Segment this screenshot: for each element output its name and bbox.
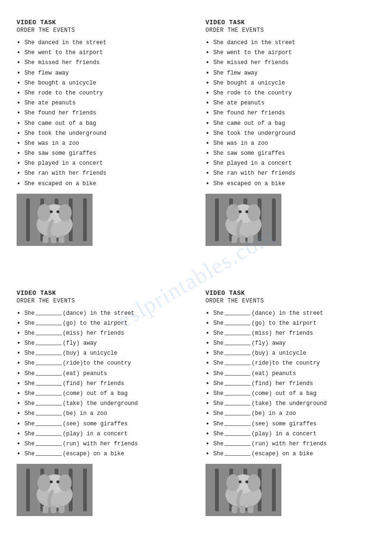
list-item: She (go) to the airport bbox=[17, 319, 187, 328]
list-item: She played in a concert bbox=[205, 159, 375, 168]
svg-rect-46 bbox=[215, 469, 219, 511]
list-item: She was in a zoo bbox=[17, 139, 187, 148]
svg-rect-1 bbox=[26, 198, 30, 241]
blank[interactable] bbox=[36, 389, 62, 395]
svg-rect-43 bbox=[51, 506, 56, 513]
blank[interactable] bbox=[224, 440, 251, 446]
elephant-image-bottom-right bbox=[205, 464, 281, 516]
blank[interactable] bbox=[224, 359, 251, 365]
list-item: She bought a unicycle bbox=[17, 79, 187, 87]
events-list-top-right: She danced in the street She went to the… bbox=[205, 38, 375, 188]
blank[interactable] bbox=[36, 319, 62, 325]
events-list-top-left: She danced in the street She went to the… bbox=[17, 38, 187, 188]
section-title-top-left: VIDEO TASK bbox=[17, 19, 187, 26]
list-item: She (fly) away bbox=[205, 339, 375, 348]
blank[interactable] bbox=[36, 409, 62, 415]
list-item: She (be) in a zoo bbox=[17, 409, 187, 418]
list-item: She rode to the country bbox=[17, 89, 187, 97]
blank[interactable] bbox=[36, 369, 62, 376]
blank[interactable] bbox=[36, 309, 62, 315]
blank[interactable] bbox=[224, 349, 251, 355]
blank[interactable] bbox=[36, 329, 62, 335]
list-item: She (buy) a unicycle bbox=[205, 349, 375, 357]
svg-rect-5 bbox=[83, 198, 87, 241]
svg-point-41 bbox=[56, 480, 59, 483]
blank[interactable] bbox=[36, 440, 62, 446]
blank[interactable] bbox=[36, 339, 62, 345]
svg-point-55 bbox=[239, 480, 242, 483]
blank[interactable] bbox=[36, 420, 62, 426]
blank[interactable] bbox=[224, 399, 251, 405]
list-item: She bought a unicycle bbox=[205, 79, 375, 87]
svg-point-23 bbox=[226, 204, 240, 221]
list-item: She (find) her friends bbox=[205, 379, 375, 388]
fill-list-bottom-left: She (dance) in the street She (go) to th… bbox=[17, 309, 187, 459]
list-item: She ran with her friends bbox=[17, 169, 187, 178]
blank[interactable] bbox=[224, 420, 251, 426]
list-item: She found her friends bbox=[205, 109, 375, 117]
blank[interactable] bbox=[36, 349, 62, 355]
list-item: She (miss) her friends bbox=[205, 329, 375, 338]
list-item: She (buy) a unicycle bbox=[17, 349, 187, 357]
blank[interactable] bbox=[224, 369, 251, 376]
blank[interactable] bbox=[224, 450, 251, 456]
svg-point-25 bbox=[239, 210, 242, 213]
svg-point-40 bbox=[50, 480, 53, 483]
list-item: She (eat) peanuts bbox=[17, 369, 187, 378]
list-item: She (take) the underground bbox=[17, 399, 187, 408]
list-item: She found her friends bbox=[17, 109, 187, 117]
list-item: She saw some giraffes bbox=[17, 149, 187, 158]
svg-rect-35 bbox=[83, 469, 87, 511]
blank[interactable] bbox=[224, 389, 251, 395]
blank[interactable] bbox=[36, 379, 62, 386]
blank[interactable] bbox=[224, 319, 251, 325]
section-subtitle-bottom-left: ORDER THE EVENTS bbox=[17, 298, 187, 304]
list-item: She came out of a bag bbox=[17, 119, 187, 128]
list-item: She took the underground bbox=[17, 129, 187, 138]
svg-rect-42 bbox=[43, 506, 48, 513]
svg-point-38 bbox=[37, 474, 51, 491]
list-item: She (fly) away bbox=[17, 339, 187, 348]
svg-point-39 bbox=[58, 474, 72, 491]
list-item: She ate peanuts bbox=[17, 99, 187, 107]
list-item: She (find) her friends bbox=[17, 379, 187, 388]
svg-rect-44 bbox=[59, 506, 65, 513]
list-item: She flew away bbox=[17, 69, 187, 77]
svg-rect-13 bbox=[51, 235, 56, 243]
elephant-image-top-right bbox=[205, 194, 281, 246]
list-item: She danced in the street bbox=[205, 38, 375, 47]
svg-point-8 bbox=[37, 204, 51, 221]
blank[interactable] bbox=[224, 409, 251, 415]
svg-point-10 bbox=[50, 210, 53, 213]
svg-rect-50 bbox=[272, 469, 276, 511]
list-item: She (escape) on a bike bbox=[17, 450, 187, 458]
list-item: She (come) out of a bag bbox=[17, 389, 187, 398]
blank[interactable] bbox=[36, 399, 62, 405]
svg-rect-57 bbox=[232, 506, 237, 513]
list-item: She (play) in a concert bbox=[205, 430, 375, 438]
blank[interactable] bbox=[36, 450, 62, 456]
list-item: She played in a concert bbox=[17, 159, 187, 168]
svg-point-26 bbox=[245, 210, 248, 213]
list-item: She (ride)to the country bbox=[17, 359, 187, 367]
list-item: She flew away bbox=[205, 69, 375, 77]
blank[interactable] bbox=[224, 379, 251, 386]
blank[interactable] bbox=[224, 309, 251, 315]
svg-rect-58 bbox=[240, 506, 245, 513]
list-item: She came out of a bag bbox=[205, 119, 375, 128]
elephant-image-top-left bbox=[17, 194, 93, 246]
list-item: She (dance) in the street bbox=[205, 309, 375, 318]
svg-point-9 bbox=[58, 204, 72, 221]
list-item: She went to the airport bbox=[205, 48, 375, 57]
list-item: She (run) with her friends bbox=[17, 440, 187, 448]
list-item: She (eat) peanuts bbox=[205, 369, 375, 378]
blank[interactable] bbox=[224, 339, 251, 345]
blank[interactable] bbox=[224, 430, 251, 436]
list-item: She missed her friends bbox=[17, 58, 187, 67]
list-item: She took the underground bbox=[205, 129, 375, 138]
blank[interactable] bbox=[224, 329, 251, 335]
svg-rect-16 bbox=[215, 198, 219, 241]
svg-rect-59 bbox=[248, 506, 253, 513]
blank[interactable] bbox=[36, 359, 62, 365]
blank[interactable] bbox=[36, 430, 62, 436]
